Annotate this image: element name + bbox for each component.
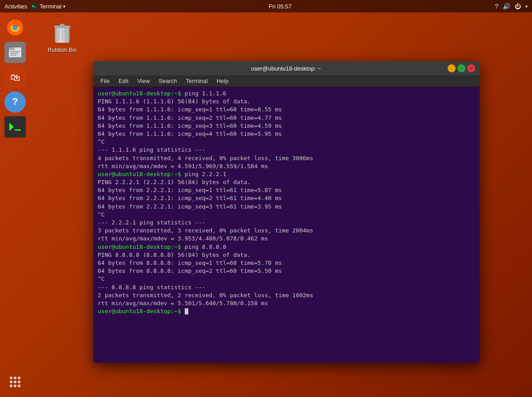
terminal-line-15: 64 bytes from 2.2.2.1: icmp_seq=3 ttl=61… bbox=[98, 203, 282, 210]
topbar-app-menu[interactable]: Terminal ▾ bbox=[31, 3, 65, 10]
svg-rect-9 bbox=[10, 51, 20, 52]
terminal-line-7: ^C bbox=[98, 138, 105, 145]
terminal-line-24: ^C bbox=[98, 275, 105, 282]
dock-icon-help[interactable]: ? bbox=[4, 91, 26, 113]
terminal-line-13: 64 bytes from 2.2.2.1: icmp_seq=1 ttl=61… bbox=[98, 187, 282, 193]
svg-text:🛍: 🛍 bbox=[10, 72, 20, 83]
svg-text:?: ? bbox=[12, 96, 18, 107]
maximize-button[interactable]: □ bbox=[457, 64, 465, 72]
terminal-cursor bbox=[185, 308, 188, 314]
volume-tray-icon[interactable]: 🔊 bbox=[503, 3, 510, 10]
terminal-line-5: 64 bytes from 1.1.1.6: icmp_seq=3 ttl=60… bbox=[98, 122, 282, 129]
terminal-title: user@ubuntu18-desktop: ~ bbox=[124, 65, 448, 72]
help-tray-icon[interactable]: ? bbox=[495, 3, 498, 10]
minimize-button[interactable]: – bbox=[448, 64, 456, 72]
rubbish-bin-icon[interactable]: Rubbish Bin bbox=[44, 20, 80, 53]
terminal-line-9: 4 packets transmitted, 4 received, 0% pa… bbox=[98, 155, 313, 161]
terminal-line-27: rtt min/avg/max/mdev = 5.501/5.640/5.780… bbox=[98, 300, 268, 307]
terminal-line-6: 64 bytes from 1.1.1.6: icmp_seq=4 ttl=60… bbox=[98, 130, 282, 137]
terminal-line-17: --- 2.2.2.1 ping statistics --- bbox=[98, 219, 206, 226]
rubbish-bin-image bbox=[52, 20, 73, 45]
rubbish-bin-label: Rubbish Bin bbox=[48, 47, 77, 53]
svg-rect-11 bbox=[10, 55, 16, 55]
power-tray-icon[interactable]: ⏻ bbox=[515, 3, 521, 10]
topbar-clock[interactable]: Fri 05:57 bbox=[269, 3, 291, 10]
dock-show-apps[interactable] bbox=[4, 371, 26, 393]
menu-terminal[interactable]: Terminal bbox=[183, 77, 211, 85]
terminal-line-21: PING 8.8.8.8 (8.8.8.8) 56(84) bytes of d… bbox=[98, 252, 250, 258]
terminal-line-1: user@ubuntu18-desktop:~$ bbox=[98, 90, 181, 97]
menu-edit[interactable]: Edit bbox=[115, 77, 132, 85]
terminal-line-26: 2 packets transmitted, 2 received, 0% pa… bbox=[98, 292, 313, 299]
svg-rect-10 bbox=[10, 53, 18, 54]
terminal-line-25: --- 8.8.8.8 ping statistics --- bbox=[98, 284, 206, 291]
terminal-body[interactable]: user@ubuntu18-desktop:~$ ping 1.1.1.6 PI… bbox=[93, 87, 480, 363]
terminal-window: user@ubuntu18-desktop: ~ – □ ✕ File Edit… bbox=[93, 61, 480, 363]
topbar: Activities Terminal ▾ Fri 05:57 ? 🔊 ⏻ ▾ bbox=[0, 0, 532, 12]
topbar-app-arrow: ▾ bbox=[63, 4, 65, 9]
terminal-line-2: PING 1.1.1.6 (1.1.1.6) 56(84) bytes of d… bbox=[98, 98, 250, 105]
dock-icon-firefox[interactable] bbox=[4, 17, 26, 38]
topbar-app-name[interactable]: Terminal bbox=[40, 3, 61, 10]
close-button[interactable]: ✕ bbox=[467, 64, 475, 72]
dock-icon-files[interactable] bbox=[4, 42, 26, 63]
desktop: 🛍 ? bbox=[0, 12, 532, 397]
terminal-line-14: 64 bytes from 2.2.2.1: icmp_seq=2 ttl=61… bbox=[98, 195, 282, 201]
terminal-line-19: rtt min/avg/max/mdev = 3.953/4.480/5.078… bbox=[98, 235, 268, 242]
topbar-left: Activities Terminal ▾ bbox=[4, 3, 65, 10]
dock-icon-terminal[interactable] bbox=[4, 116, 26, 138]
topbar-system-tray: ? 🔊 ⏻ ▾ bbox=[495, 3, 528, 10]
terminal-line-3: 64 bytes from 1.1.1.6: icmp_seq=1 ttl=60… bbox=[98, 106, 282, 113]
svg-rect-8 bbox=[9, 47, 15, 50]
terminal-app-icon bbox=[31, 3, 38, 10]
terminal-line-4: 64 bytes from 1.1.1.6: icmp_seq=2 ttl=60… bbox=[98, 114, 282, 121]
terminal-line-11: user@ubuntu18-desktop:~$ bbox=[98, 171, 181, 177]
menu-help[interactable]: Help bbox=[213, 77, 232, 85]
terminal-prompt-last: user@ubuntu18-desktop:~$ bbox=[98, 308, 181, 314]
svg-rect-22 bbox=[60, 24, 64, 26]
terminal-titlebar: user@ubuntu18-desktop: ~ – □ ✕ bbox=[93, 61, 480, 75]
terminal-line-22: 64 bytes from 8.8.8.8: icmp_seq=1 ttl=60… bbox=[98, 259, 282, 266]
dock-icon-software[interactable]: 🛍 bbox=[4, 67, 26, 88]
terminal-line-20: user@ubuntu18-desktop:~$ bbox=[98, 244, 181, 250]
titlebar-controls: – □ ✕ bbox=[448, 64, 475, 72]
terminal-line-10: rtt min/avg/max/mdev = 4.591/5.969/8.559… bbox=[98, 163, 268, 169]
terminal-line-23: 64 bytes from 8.8.8.8: icmp_seq=2 ttl=60… bbox=[98, 267, 282, 274]
svg-rect-16 bbox=[7, 118, 24, 135]
terminal-menubar: File Edit View Search Terminal Help bbox=[93, 75, 480, 87]
activities-button[interactable]: Activities bbox=[4, 3, 27, 10]
dock: 🛍 ? bbox=[0, 12, 30, 397]
terminal-line-8: --- 1.1.1.6 ping statistics --- bbox=[98, 146, 206, 153]
terminal-line-12: PING 2.2.2.1 (2.2.2.1) 56(84) bytes of d… bbox=[98, 179, 250, 185]
terminal-line-18: 3 packets transmitted, 3 received, 0% pa… bbox=[98, 227, 313, 234]
grid-dots-icon bbox=[10, 377, 20, 387]
menu-view[interactable]: View bbox=[134, 77, 153, 85]
tray-arrow[interactable]: ▾ bbox=[525, 4, 528, 9]
terminal-line-16: ^C bbox=[98, 211, 105, 218]
menu-file[interactable]: File bbox=[97, 77, 113, 85]
menu-search[interactable]: Search bbox=[155, 77, 180, 85]
